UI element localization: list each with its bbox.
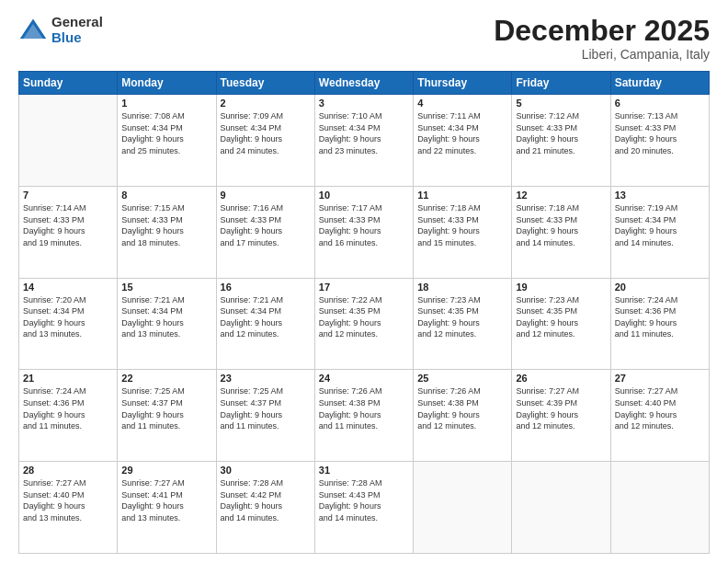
calendar-cell: 2Sunrise: 7:09 AMSunset: 4:34 PMDaylight… [216, 95, 314, 187]
calendar-cell: 24Sunrise: 7:26 AMSunset: 4:38 PMDayligh… [314, 370, 413, 462]
calendar-cell: 31Sunrise: 7:28 AMSunset: 4:43 PMDayligh… [314, 462, 413, 554]
day-number: 29 [121, 465, 211, 476]
calendar-cell: 5Sunrise: 7:12 AMSunset: 4:33 PMDaylight… [512, 95, 610, 187]
daylight-hours: Sunrise: 7:24 AMSunset: 4:36 PMDaylight:… [615, 294, 705, 340]
daylight-hours: Sunrise: 7:24 AMSunset: 4:36 PMDaylight:… [23, 385, 113, 431]
daylight-hours: Sunrise: 7:25 AMSunset: 4:37 PMDaylight:… [221, 385, 311, 431]
calendar-cell: 21Sunrise: 7:24 AMSunset: 4:36 PMDayligh… [19, 370, 118, 462]
calendar-week-row: 7Sunrise: 7:14 AMSunset: 4:33 PMDaylight… [19, 186, 710, 278]
logo-blue-text: Blue [51, 30, 103, 46]
daylight-hours: Sunrise: 7:18 AMSunset: 4:33 PMDaylight:… [417, 202, 507, 248]
page: General Blue December 2025 Liberi, Campa… [0, 0, 728, 563]
daylight-hours: Sunrise: 7:16 AMSunset: 4:33 PMDaylight:… [221, 202, 311, 248]
calendar-cell: 18Sunrise: 7:23 AMSunset: 4:35 PMDayligh… [414, 278, 512, 370]
calendar-table: SundayMondayTuesdayWednesdayThursdayFrid… [18, 71, 710, 554]
calendar-cell: 15Sunrise: 7:21 AMSunset: 4:34 PMDayligh… [118, 278, 216, 370]
daylight-hours: Sunrise: 7:11 AMSunset: 4:34 PMDaylight:… [417, 110, 507, 156]
weekday-header: Monday [118, 72, 216, 95]
calendar-cell: 29Sunrise: 7:27 AMSunset: 4:41 PMDayligh… [118, 462, 216, 554]
daylight-hours: Sunrise: 7:08 AMSunset: 4:34 PMDaylight:… [121, 110, 211, 156]
calendar-cell: 4Sunrise: 7:11 AMSunset: 4:34 PMDaylight… [414, 95, 512, 187]
calendar-cell: 7Sunrise: 7:14 AMSunset: 4:33 PMDaylight… [19, 186, 118, 278]
calendar-cell: 26Sunrise: 7:27 AMSunset: 4:39 PMDayligh… [512, 370, 610, 462]
day-number: 12 [516, 190, 606, 201]
location: Liberi, Campania, Italy [494, 47, 710, 62]
calendar-cell: 1Sunrise: 7:08 AMSunset: 4:34 PMDaylight… [118, 95, 216, 187]
daylight-hours: Sunrise: 7:17 AMSunset: 4:33 PMDaylight:… [319, 202, 409, 248]
daylight-hours: Sunrise: 7:28 AMSunset: 4:43 PMDaylight:… [319, 477, 409, 523]
day-number: 6 [615, 98, 705, 109]
daylight-hours: Sunrise: 7:14 AMSunset: 4:33 PMDaylight:… [23, 202, 113, 248]
calendar-cell: 3Sunrise: 7:10 AMSunset: 4:34 PMDaylight… [314, 95, 413, 187]
day-number: 18 [417, 282, 507, 293]
day-number: 8 [121, 190, 211, 201]
calendar-week-row: 21Sunrise: 7:24 AMSunset: 4:36 PMDayligh… [19, 370, 710, 462]
weekday-header: Friday [512, 72, 610, 95]
day-number: 30 [221, 465, 311, 476]
day-number: 15 [121, 282, 211, 293]
weekday-header: Saturday [610, 72, 709, 95]
calendar-cell: 22Sunrise: 7:25 AMSunset: 4:37 PMDayligh… [118, 370, 216, 462]
daylight-hours: Sunrise: 7:27 AMSunset: 4:40 PMDaylight:… [615, 385, 705, 431]
daylight-hours: Sunrise: 7:21 AMSunset: 4:34 PMDaylight:… [121, 294, 211, 340]
calendar-cell: 28Sunrise: 7:27 AMSunset: 4:40 PMDayligh… [19, 462, 118, 554]
daylight-hours: Sunrise: 7:27 AMSunset: 4:40 PMDaylight:… [23, 477, 113, 523]
day-number: 10 [319, 190, 409, 201]
daylight-hours: Sunrise: 7:26 AMSunset: 4:38 PMDaylight:… [319, 385, 409, 431]
day-number: 23 [221, 373, 311, 384]
calendar-cell: 10Sunrise: 7:17 AMSunset: 4:33 PMDayligh… [314, 186, 413, 278]
header: General Blue December 2025 Liberi, Campa… [18, 15, 710, 62]
day-number: 16 [221, 282, 311, 293]
daylight-hours: Sunrise: 7:25 AMSunset: 4:37 PMDaylight:… [121, 385, 211, 431]
day-number: 19 [516, 282, 606, 293]
calendar-week-row: 28Sunrise: 7:27 AMSunset: 4:40 PMDayligh… [19, 462, 710, 554]
daylight-hours: Sunrise: 7:22 AMSunset: 4:35 PMDaylight:… [319, 294, 409, 340]
calendar-cell: 17Sunrise: 7:22 AMSunset: 4:35 PMDayligh… [314, 278, 413, 370]
day-number: 11 [417, 190, 507, 201]
calendar-cell: 25Sunrise: 7:26 AMSunset: 4:38 PMDayligh… [414, 370, 512, 462]
daylight-hours: Sunrise: 7:09 AMSunset: 4:34 PMDaylight:… [221, 110, 311, 156]
calendar-cell [414, 462, 512, 554]
calendar-cell: 20Sunrise: 7:24 AMSunset: 4:36 PMDayligh… [610, 278, 709, 370]
daylight-hours: Sunrise: 7:23 AMSunset: 4:35 PMDaylight:… [417, 294, 507, 340]
day-number: 7 [23, 190, 113, 201]
daylight-hours: Sunrise: 7:27 AMSunset: 4:39 PMDaylight:… [516, 385, 606, 431]
day-number: 25 [417, 373, 507, 384]
day-number: 1 [121, 98, 211, 109]
daylight-hours: Sunrise: 7:12 AMSunset: 4:33 PMDaylight:… [516, 110, 606, 156]
day-number: 5 [516, 98, 606, 109]
calendar-cell: 14Sunrise: 7:20 AMSunset: 4:34 PMDayligh… [19, 278, 118, 370]
daylight-hours: Sunrise: 7:23 AMSunset: 4:35 PMDaylight:… [516, 294, 606, 340]
day-number: 14 [23, 282, 113, 293]
calendar-cell: 30Sunrise: 7:28 AMSunset: 4:42 PMDayligh… [216, 462, 314, 554]
day-number: 27 [615, 373, 705, 384]
day-number: 4 [417, 98, 507, 109]
day-number: 26 [516, 373, 606, 384]
calendar-cell: 19Sunrise: 7:23 AMSunset: 4:35 PMDayligh… [512, 278, 610, 370]
calendar-header-row: SundayMondayTuesdayWednesdayThursdayFrid… [19, 72, 710, 95]
day-number: 24 [319, 373, 409, 384]
weekday-header: Wednesday [314, 72, 413, 95]
weekday-header: Sunday [19, 72, 118, 95]
daylight-hours: Sunrise: 7:13 AMSunset: 4:33 PMDaylight:… [615, 110, 705, 156]
logo: General Blue [18, 15, 103, 45]
day-number: 13 [615, 190, 705, 201]
calendar-cell: 27Sunrise: 7:27 AMSunset: 4:40 PMDayligh… [610, 370, 709, 462]
daylight-hours: Sunrise: 7:15 AMSunset: 4:33 PMDaylight:… [121, 202, 211, 248]
weekday-header: Tuesday [216, 72, 314, 95]
calendar-cell: 13Sunrise: 7:19 AMSunset: 4:34 PMDayligh… [610, 186, 709, 278]
calendar-cell: 23Sunrise: 7:25 AMSunset: 4:37 PMDayligh… [216, 370, 314, 462]
logo-general-text: General [51, 15, 103, 30]
daylight-hours: Sunrise: 7:18 AMSunset: 4:33 PMDaylight:… [516, 202, 606, 248]
daylight-hours: Sunrise: 7:26 AMSunset: 4:38 PMDaylight:… [417, 385, 507, 431]
daylight-hours: Sunrise: 7:21 AMSunset: 4:34 PMDaylight:… [221, 294, 311, 340]
calendar-cell [512, 462, 610, 554]
calendar-cell: 9Sunrise: 7:16 AMSunset: 4:33 PMDaylight… [216, 186, 314, 278]
day-number: 3 [319, 98, 409, 109]
day-number: 2 [221, 98, 311, 109]
calendar-cell: 16Sunrise: 7:21 AMSunset: 4:34 PMDayligh… [216, 278, 314, 370]
daylight-hours: Sunrise: 7:10 AMSunset: 4:34 PMDaylight:… [319, 110, 409, 156]
day-number: 20 [615, 282, 705, 293]
logo-text: General Blue [51, 15, 103, 45]
calendar-cell: 11Sunrise: 7:18 AMSunset: 4:33 PMDayligh… [414, 186, 512, 278]
